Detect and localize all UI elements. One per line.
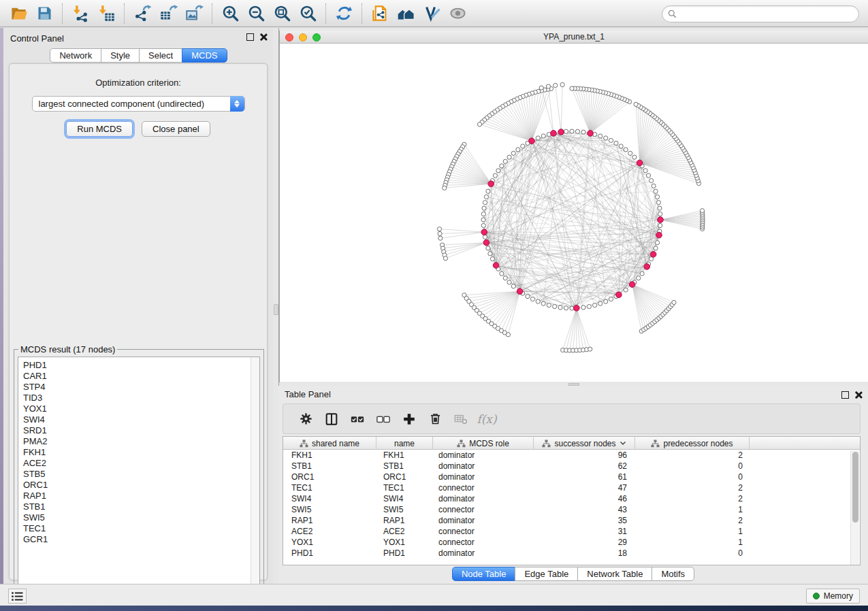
minimize-window-icon[interactable]	[299, 33, 307, 42]
mcds-result-list[interactable]: PHD1CAR1STP4TID3YOX1SWI4SRD1PMA2FKH1ACE2…	[18, 357, 260, 599]
zoom-selected-button[interactable]	[295, 2, 321, 25]
table-cell[interactable]: connector	[433, 527, 534, 536]
export-network-button[interactable]	[129, 2, 155, 25]
mcds-result-item[interactable]: RAP1	[23, 491, 259, 501]
table-cell[interactable]: 43	[534, 505, 635, 514]
import-table-button[interactable]	[93, 2, 119, 25]
mcds-result-item[interactable]: ORC1	[23, 480, 259, 491]
function-builder-button[interactable]: f(x)	[474, 407, 500, 431]
table-cell[interactable]: dominator	[433, 516, 534, 525]
table-cell[interactable]: SWI5	[283, 505, 376, 514]
zoom-fit-button[interactable]	[269, 2, 295, 25]
table-cell[interactable]: 96	[534, 450, 635, 460]
network-window-titlebar[interactable]: YPA_prune.txt_1	[280, 31, 868, 44]
mcds-result-item[interactable]: TID3	[23, 393, 259, 403]
table-cell[interactable]: 1	[635, 538, 750, 547]
table-cell[interactable]: connector	[433, 483, 534, 493]
table-cell[interactable]: 62	[534, 461, 635, 471]
mcds-result-item[interactable]: CAR1	[23, 371, 259, 382]
table-cell[interactable]: FKH1	[376, 450, 433, 460]
export-image-button[interactable]	[181, 2, 207, 25]
float-panel-icon[interactable]	[841, 391, 849, 399]
column-header-successor-nodes[interactable]: successor nodes	[534, 437, 635, 450]
tab-mcds[interactable]: MCDS	[182, 48, 227, 63]
column-header-name[interactable]: name	[376, 437, 433, 450]
add-column-button[interactable]	[396, 407, 422, 431]
close-panel-icon[interactable]	[854, 391, 863, 399]
table-row[interactable]: ORC1ORC1dominator610	[283, 472, 860, 482]
apply-layout-button[interactable]	[331, 2, 357, 25]
show-hidden-button[interactable]	[445, 2, 470, 25]
mcds-result-item[interactable]: SWI5	[23, 512, 259, 523]
tab-edge-table[interactable]: Edge Table	[515, 567, 578, 581]
table-cell[interactable]: ACE2	[283, 527, 376, 536]
table-row[interactable]: SWI4SWI4dominator462	[283, 493, 860, 504]
import-network-button[interactable]	[67, 2, 93, 25]
mcds-result-item[interactable]: ACE2	[23, 458, 259, 469]
close-panel-button[interactable]: Close panel	[142, 121, 210, 137]
mcds-result-item[interactable]: PHD1	[23, 360, 259, 371]
table-cell[interactable]: ORC1	[283, 472, 376, 482]
tab-select[interactable]: Select	[139, 48, 182, 63]
tab-style[interactable]: Style	[101, 48, 140, 63]
column-chooser-button[interactable]	[319, 407, 344, 431]
table-cell[interactable]: 0	[635, 461, 750, 471]
table-cell[interactable]: 2	[635, 450, 750, 460]
table-row[interactable]: RAP1RAP1dominator352	[283, 515, 860, 526]
mcds-result-item[interactable]: STB1	[23, 501, 259, 512]
table-cell[interactable]: STB1	[283, 461, 376, 471]
table-cell[interactable]: 1	[635, 505, 750, 514]
zoom-in-button[interactable]	[217, 2, 243, 25]
table-cell[interactable]: ACE2	[376, 527, 433, 536]
panel-list-button[interactable]	[8, 589, 27, 604]
table-scrollbar[interactable]	[850, 450, 859, 565]
splitter-grip[interactable]	[274, 304, 278, 315]
zoom-out-button[interactable]	[243, 2, 269, 25]
table-cell[interactable]: dominator	[433, 548, 534, 558]
table-row[interactable]: STB1STB1dominator620	[283, 461, 860, 472]
tab-node-table[interactable]: Node Table	[452, 567, 516, 581]
table-cell[interactable]: FKH1	[283, 450, 376, 460]
memory-button[interactable]: Memory	[806, 589, 860, 604]
mcds-result-item[interactable]: STP4	[23, 382, 259, 393]
table-cell[interactable]: SWI5	[376, 505, 433, 514]
table-cell[interactable]: SWI4	[376, 494, 433, 503]
save-session-button[interactable]	[31, 2, 57, 25]
table-options-button[interactable]	[293, 407, 319, 431]
tab-network-table[interactable]: Network Table	[577, 567, 652, 581]
mcds-result-item[interactable]: FKH1	[23, 447, 259, 458]
table-cell[interactable]: dominator	[433, 472, 534, 482]
table-cell[interactable]: PHD1	[376, 548, 433, 558]
table-cell[interactable]: 0	[635, 548, 750, 558]
mcds-list-scrollbar[interactable]	[251, 357, 259, 598]
network-canvas[interactable]	[280, 44, 868, 382]
table-cell[interactable]: 2	[635, 516, 750, 525]
table-row[interactable]: ACE2ACE2connector311	[283, 526, 860, 537]
mcds-result-item[interactable]: GCR1	[23, 534, 259, 545]
mcds-result-item[interactable]: TEC1	[23, 523, 259, 534]
column-header-predecessor-nodes[interactable]: predecessor nodes	[635, 437, 750, 450]
table-cell[interactable]: YOX1	[376, 538, 433, 547]
delete-columns-button[interactable]	[422, 407, 448, 431]
table-row[interactable]: TEC1TEC1connector472	[283, 482, 860, 493]
mcds-result-item[interactable]: PMA2	[23, 436, 259, 447]
table-cell[interactable]: 29	[534, 538, 635, 547]
table-cell[interactable]: YOX1	[283, 538, 376, 547]
search-input[interactable]	[680, 10, 853, 19]
open-session-button[interactable]	[5, 2, 31, 25]
table-cell[interactable]: 2	[635, 483, 750, 493]
table-cell[interactable]: TEC1	[283, 483, 376, 493]
first-neighbors-button[interactable]	[393, 2, 419, 25]
hide-selected-button[interactable]	[419, 2, 445, 25]
node-table[interactable]: shared namenameMCDS rolesuccessor nodesp…	[283, 436, 861, 565]
tab-network[interactable]: Network	[50, 48, 101, 63]
table-cell[interactable]: 1	[635, 527, 750, 536]
table-cell[interactable]: ORC1	[376, 472, 433, 482]
close-panel-icon[interactable]	[259, 33, 268, 41]
mcds-result-item[interactable]: SRD1	[23, 425, 259, 436]
table-cell[interactable]: 47	[534, 483, 635, 493]
deselect-all-rows-button[interactable]	[370, 407, 396, 431]
table-cell[interactable]: 61	[534, 472, 635, 482]
column-header-shared-name[interactable]: shared name	[283, 437, 376, 450]
table-cell[interactable]: TEC1	[376, 483, 433, 493]
